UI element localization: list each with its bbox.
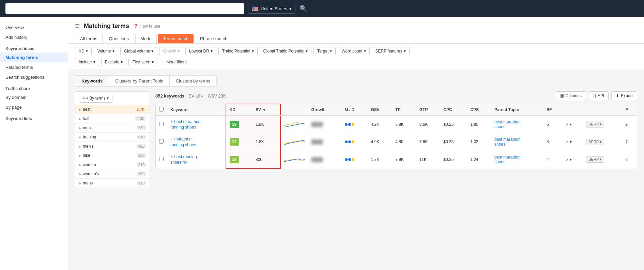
api-button[interactable]: {} API: [589, 91, 609, 100]
cell-gtp: 11K: [416, 151, 440, 168]
country-selector[interactable]: 🇺🇸 United States ▾: [248, 4, 295, 14]
columns-button[interactable]: ▦ Columns: [556, 91, 586, 100]
add-keyword-button[interactable]: +: [170, 136, 173, 141]
filter-exclude[interactable]: Exclude ▾: [101, 58, 127, 66]
tab-terms-match[interactable]: Terms match: [158, 34, 194, 43]
chevron-down-icon[interactable]: ▾: [570, 122, 572, 127]
col-header-gtp[interactable]: GTP: [416, 104, 440, 116]
col-header-md[interactable]: M / D: [341, 104, 368, 116]
col-header-f[interactable]: F: [622, 104, 637, 116]
sidebar-item-search-suggestions[interactable]: Search suggestions: [0, 72, 68, 82]
sidebar-item-ads-history[interactable]: Ads history: [0, 32, 68, 42]
cell-gsv: 1.7K: [367, 151, 392, 168]
search-input[interactable]: marathon running shoes: [5, 3, 244, 14]
keyword-link[interactable]: best marathonrunning shoes: [170, 119, 200, 130]
filter-volume[interactable]: Volume ▾: [94, 47, 118, 55]
sub-tab-clusters-parent[interactable]: Clusters by Parent Topic: [109, 76, 170, 86]
export-button[interactable]: ⬇ Export: [611, 91, 637, 100]
col-header-sf[interactable]: SF: [543, 104, 562, 116]
col-header-growth[interactable]: Growth: [308, 104, 341, 116]
cell-sv: 800: [252, 151, 280, 168]
col-header-cpc[interactable]: CPC: [440, 104, 467, 116]
filter-word-count[interactable]: Word count ▾: [338, 47, 369, 55]
row-checkbox[interactable]: [159, 139, 164, 144]
filter-kd[interactable]: KD ▾: [75, 47, 92, 55]
by-terms-button[interactable]: ⟺ By terms ▾: [79, 94, 112, 103]
cell-serp: SERP ▾: [583, 116, 622, 133]
kw-sidebar-item-mens2[interactable]: ▶ mens 110: [75, 179, 150, 188]
cell-keyword: + best runningshoes for: [167, 151, 226, 168]
chevron-down-icon: ▾: [93, 60, 95, 64]
sidebar-item-by-domain[interactable]: By domain: [0, 92, 68, 102]
filter-global-traffic-potential[interactable]: Global Traffic Potential ▾: [260, 47, 312, 55]
serp-button[interactable]: SERP ▾: [586, 139, 604, 145]
kw-sidebar-item-best[interactable]: ▶ best 5.7K: [75, 105, 150, 114]
cell-cpc: $0.25: [440, 116, 467, 133]
chevron-right-icon: ▶: [79, 172, 81, 176]
filter-traffic-potential[interactable]: Traffic Potential ▾: [218, 47, 258, 55]
filter-first-seen[interactable]: First seen ▾: [128, 58, 157, 66]
col-header-kd[interactable]: KD: [226, 104, 252, 116]
kw-sidebar-item-women[interactable]: ▶ women 210: [75, 160, 150, 169]
parent-topic-link[interactable]: best marathonshoes: [494, 120, 521, 129]
filter-growth[interactable]: Growth ▾: [159, 47, 183, 55]
hamburger-icon[interactable]: ☰: [75, 23, 80, 29]
add-keyword-button[interactable]: +: [170, 154, 173, 159]
chevron-down-icon[interactable]: ▾: [570, 139, 572, 144]
select-all-checkbox[interactable]: [159, 107, 164, 111]
sidebar-item-overview[interactable]: Overview: [0, 22, 68, 32]
country-label: United States: [261, 6, 287, 11]
cell-md: [341, 116, 368, 133]
table-meta: 852 keywords SV 10K GSV 23K: [155, 93, 226, 99]
col-header-keyword[interactable]: Keyword: [167, 104, 226, 116]
sub-tab-keywords[interactable]: Keywords: [75, 76, 109, 86]
parent-topic-link[interactable]: best marathonshoes: [494, 155, 521, 164]
keyword-link[interactable]: marathonrunning shoes: [170, 137, 196, 147]
chevron-down-icon: ▾: [211, 49, 213, 54]
col-header-parent-topic[interactable]: Parent Topic: [491, 104, 543, 116]
how-to-use-link[interactable]: ❓ How to use: [133, 24, 160, 29]
sidebar-item-by-page[interactable]: By page: [0, 102, 68, 112]
col-header-tp[interactable]: TP: [392, 104, 416, 116]
keyword-link[interactable]: best runningshoes for: [170, 154, 197, 165]
tab-all-terms[interactable]: All terms: [75, 34, 103, 43]
tab-phrase-match[interactable]: Phrase match: [195, 34, 232, 43]
kw-sidebar-item-men[interactable]: ▶ men 630: [75, 123, 150, 133]
serp-button[interactable]: SERP ▾: [586, 121, 604, 127]
filter-include[interactable]: Include ▾: [75, 58, 99, 66]
row-checkbox[interactable]: [159, 157, 164, 161]
kw-sidebar-item-mens[interactable]: ▶ men's 420: [75, 142, 150, 151]
filter-serp-features[interactable]: SERP features ▾: [372, 47, 410, 55]
cell-f: 2: [622, 151, 637, 168]
more-filters-button[interactable]: + More filters: [159, 58, 190, 66]
tab-mode[interactable]: Mode: [135, 34, 157, 43]
sidebar-item-matching-terms[interactable]: Matching terms: [0, 52, 68, 62]
sub-tab-clusters-terms[interactable]: Clusters by terms: [170, 76, 216, 86]
sidebar-section-traffic-share: Traffic share: [0, 82, 68, 92]
col-header-cps[interactable]: CPS: [467, 104, 491, 116]
serp-button[interactable]: SERP ▾: [586, 156, 604, 163]
filter-lowest-dr[interactable]: Lowest DR ▾: [185, 47, 216, 55]
kw-sidebar-item-nike[interactable]: ▶ nike 280: [75, 151, 150, 160]
row-checkbox[interactable]: [159, 122, 164, 126]
col-header-gsv[interactable]: GSV: [367, 104, 392, 116]
gsv-info: GSV 23K: [208, 93, 226, 99]
cell-sparkline: [280, 116, 308, 133]
table-row: + best marathonrunning shoes 19 1.9K: [156, 116, 637, 133]
col-header-sv[interactable]: SV ▼: [252, 104, 280, 116]
sub-tabs: Keywords Clusters by Parent Topic Cluste…: [75, 75, 217, 87]
kw-sidebar-item-training[interactable]: ▶ training 610: [75, 133, 150, 142]
parent-topic-link[interactable]: best marathonshoes: [494, 137, 521, 147]
sidebar-item-related-terms[interactable]: Related terms: [0, 62, 68, 72]
filter-global-volume[interactable]: Global volume ▾: [120, 47, 157, 55]
main-content: ☰ Matching terms ❓ How to use All terms …: [68, 17, 644, 270]
chevron-down-icon[interactable]: ▾: [570, 157, 572, 162]
data-table: Keyword KD SV ▼ Growth M / D GSV TP GTP …: [155, 104, 637, 169]
search-button[interactable]: 🔍: [300, 5, 307, 12]
md-indicator: [348, 123, 351, 126]
add-keyword-button[interactable]: +: [170, 119, 173, 124]
kw-sidebar-item-womens[interactable]: ▶ women's 150: [75, 169, 150, 179]
kw-sidebar-item-half[interactable]: ▶ half 1.3K: [75, 114, 150, 123]
filter-target[interactable]: Target ▾: [313, 47, 336, 55]
tab-questions[interactable]: Questions: [104, 34, 134, 43]
